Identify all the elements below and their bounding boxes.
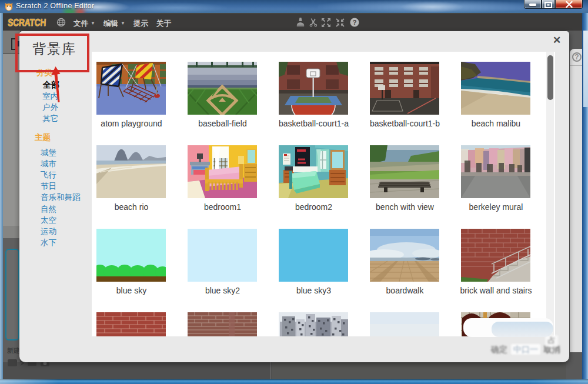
svg-text:?: ? [353,19,357,26]
svg-text:SCRATCH: SCRATCH [8,17,46,28]
